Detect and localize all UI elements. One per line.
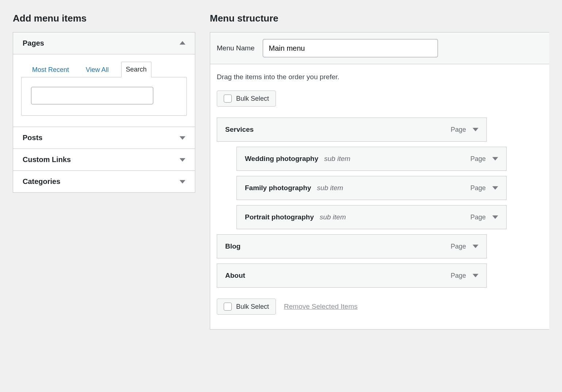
- menu-item-type: Page: [470, 155, 486, 163]
- accordion-toggle-custom-links[interactable]: Custom Links: [13, 149, 195, 170]
- svg-marker-1: [180, 136, 185, 140]
- accordion-toggle-posts[interactable]: Posts: [13, 127, 195, 149]
- accordion-toggle-pages[interactable]: Pages: [13, 32, 195, 54]
- svg-marker-5: [492, 157, 498, 161]
- bulk-select-button-bottom[interactable]: Bulk Select: [217, 299, 276, 315]
- menu-structure-heading: Menu structure: [210, 13, 549, 24]
- svg-marker-3: [180, 180, 185, 184]
- menu-name-input[interactable]: [263, 39, 438, 57]
- bulk-select-checkbox[interactable]: [224, 303, 232, 311]
- accordion-body-pages: Most Recent View All Search: [13, 54, 195, 127]
- accordion-title: Categories: [23, 177, 60, 186]
- add-items-accordion: Pages Most Recent View All Search: [13, 32, 195, 193]
- svg-marker-6: [492, 186, 498, 190]
- accordion-item-pages: Pages Most Recent View All Search: [13, 32, 195, 127]
- menu-item-title: Family photography: [245, 184, 311, 192]
- chevron-down-icon: [180, 157, 185, 163]
- menu-item-type: Page: [451, 243, 466, 250]
- menu-item[interactable]: BlogPage: [217, 234, 487, 258]
- tab-most-recent[interactable]: Most Recent: [28, 62, 73, 77]
- svg-marker-8: [473, 245, 478, 248]
- svg-marker-2: [180, 158, 185, 162]
- bulk-select-button-top[interactable]: Bulk Select: [217, 91, 276, 107]
- accordion-title: Posts: [23, 134, 42, 142]
- accordion-item-categories: Categories: [13, 170, 195, 192]
- pages-tabs: Most Recent View All Search: [21, 62, 187, 77]
- menu-body: Drag the items into the order you prefer…: [210, 64, 549, 329]
- menu-structure-panel: Menu Name Drag the items into the order …: [210, 32, 549, 330]
- menu-item[interactable]: ServicesPage: [217, 118, 487, 142]
- menu-item[interactable]: Family photographysub itemPage: [236, 176, 507, 200]
- chevron-down-icon[interactable]: [492, 214, 498, 220]
- svg-marker-0: [180, 41, 185, 45]
- menu-item-title: Wedding photography: [245, 155, 318, 163]
- menu-item-type: Page: [470, 184, 486, 192]
- accordion-item-posts: Posts: [13, 127, 195, 149]
- remove-selected-link: Remove Selected Items: [284, 303, 358, 311]
- chevron-down-icon: [180, 179, 185, 185]
- chevron-down-icon[interactable]: [492, 185, 498, 191]
- add-items-heading: Add menu items: [13, 13, 195, 24]
- bulk-select-checkbox[interactable]: [224, 95, 232, 103]
- svg-marker-9: [473, 274, 478, 277]
- chevron-up-icon: [180, 41, 185, 46]
- menu-header: Menu Name: [210, 32, 549, 64]
- menu-item-type: Page: [451, 272, 466, 280]
- menu-item-title: Portrait photography: [245, 213, 314, 221]
- menu-item-subitem-label: sub item: [320, 213, 346, 221]
- chevron-down-icon: [180, 135, 185, 141]
- menu-item-type: Page: [451, 126, 466, 134]
- svg-marker-7: [492, 215, 498, 219]
- menu-item-subitem-label: sub item: [317, 184, 343, 192]
- menu-item[interactable]: Wedding photographysub itemPage: [236, 147, 507, 171]
- menu-items-list: ServicesPageWedding photographysub itemP…: [217, 118, 543, 288]
- chevron-down-icon[interactable]: [473, 273, 478, 278]
- menu-item-title: About: [225, 272, 245, 280]
- tab-view-all[interactable]: View All: [81, 62, 113, 77]
- instructions-text: Drag the items into the order you prefer…: [217, 73, 543, 81]
- menu-item-subitem-label: sub item: [324, 155, 350, 163]
- chevron-down-icon[interactable]: [473, 127, 478, 132]
- chevron-down-icon[interactable]: [492, 156, 498, 162]
- menu-item-type: Page: [470, 214, 486, 221]
- pages-search-input[interactable]: [31, 87, 153, 104]
- chevron-down-icon[interactable]: [473, 243, 478, 249]
- menu-item-title: Blog: [225, 242, 240, 250]
- menu-item[interactable]: Portrait photographysub itemPage: [236, 205, 507, 229]
- accordion-title: Pages: [23, 39, 44, 47]
- tab-pane-search: [21, 77, 187, 116]
- menu-item-title: Services: [225, 126, 254, 134]
- accordion-title: Custom Links: [23, 155, 71, 164]
- bulk-select-label: Bulk Select: [236, 303, 269, 311]
- accordion-item-custom-links: Custom Links: [13, 149, 195, 170]
- accordion-toggle-categories[interactable]: Categories: [13, 171, 195, 192]
- tab-search[interactable]: Search: [121, 62, 151, 77]
- menu-item[interactable]: AboutPage: [217, 264, 487, 288]
- menu-name-label: Menu Name: [217, 44, 255, 52]
- bulk-select-label: Bulk Select: [236, 95, 269, 103]
- svg-marker-4: [473, 128, 478, 131]
